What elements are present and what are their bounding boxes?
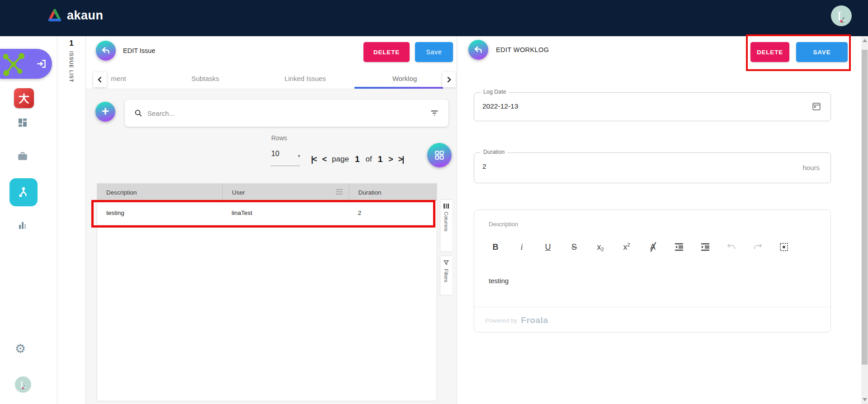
active-module-pill[interactable] [0, 49, 52, 79]
save-worklog-button[interactable]: SAVE [796, 42, 848, 62]
of-word: of [365, 155, 372, 164]
edit-issue-panel: EDIT Issue DELETE Save ment Subtasks Lin… [86, 36, 457, 404]
back-arrow-icon [100, 45, 111, 56]
log-date-field[interactable]: Log Date 2022-12-13 [474, 92, 831, 121]
scroll-up-arrow[interactable] [863, 39, 867, 42]
froala-brand[interactable]: Froala [521, 315, 548, 325]
calendar-icon[interactable] [811, 101, 821, 111]
table-row[interactable]: testing linaTest 2 [97, 201, 437, 225]
dropdown-caret-icon: ▾ [298, 153, 300, 158]
issue-tabs: ment Subtasks Linked Issues Worklog [86, 71, 457, 89]
tab-subtasks[interactable]: Subtasks [191, 75, 219, 82]
superscript-base: x [623, 242, 627, 252]
search-icon [134, 109, 143, 118]
column-header-description[interactable]: Description [97, 184, 222, 201]
add-worklog-button[interactable]: + [95, 102, 115, 122]
edit-worklog-panel: EDIT WORKLOG DELETE SAVE Log Date 2022-1… [457, 36, 861, 404]
select-all-icon[interactable] [776, 239, 792, 255]
duration-field[interactable]: Duration 2 hours [474, 152, 831, 183]
cell-duration: 2 [349, 201, 437, 224]
bold-icon[interactable]: B [488, 239, 503, 255]
page-scrollbar [861, 36, 868, 404]
subscript-icon[interactable]: x2 [593, 239, 608, 255]
clear-formatting-icon[interactable]: A [645, 239, 660, 255]
column-drag-handle-icon[interactable] [336, 189, 343, 196]
scroll-down-arrow[interactable] [863, 398, 867, 401]
underline-icon[interactable]: U [540, 239, 556, 255]
editor-toolbar: B i U S x2 x2 A [488, 237, 792, 257]
outdent-icon[interactable] [671, 239, 687, 255]
cell-description: testing [97, 201, 222, 224]
description-label: Description [489, 221, 518, 228]
worklog-tab-content: + Rows 10 ▾ |< < [86, 89, 457, 404]
filters-side-tab[interactable]: Filters [440, 256, 452, 295]
scrollbar-thumb[interactable] [862, 50, 868, 365]
sidebar-item-dashboard[interactable] [17, 117, 28, 128]
columns-side-tab[interactable]: Columns [440, 200, 452, 252]
superscript-number: 2 [627, 242, 630, 247]
undo-icon[interactable] [724, 239, 739, 255]
sidebar-item-bigledger-app[interactable] [14, 88, 34, 108]
strikethrough-icon[interactable]: S [566, 239, 582, 255]
filters-label: Filters [443, 269, 449, 282]
tabs-scroll-right-button[interactable] [442, 72, 456, 87]
editor-divider [474, 307, 830, 307]
log-date-label: Log Date [481, 89, 509, 95]
grid-view-button[interactable] [427, 143, 452, 167]
search-input[interactable] [147, 109, 429, 117]
issue-list-label: ISSUE LIST [69, 51, 74, 82]
column-header-user[interactable]: User [222, 184, 349, 201]
duration-value: 2 [482, 162, 486, 171]
editor-content[interactable]: testing [489, 277, 509, 285]
first-page-button[interactable]: |< [311, 155, 316, 164]
sidebar-item-workflow-active[interactable] [9, 178, 38, 206]
da-character-icon [17, 91, 31, 105]
worklog-table: Description User Duration testing linaTe… [97, 183, 437, 401]
rows-value: 10 [271, 150, 279, 158]
bar-chart-icon [17, 220, 28, 231]
sidebar-item-reports[interactable] [17, 219, 28, 231]
grid-icon [434, 149, 445, 161]
sidebar-user-avatar[interactable]: L [15, 376, 31, 393]
current-page: 1 [355, 154, 360, 164]
worklog-page-title: EDIT WORKLOG [496, 46, 549, 53]
user-avatar[interactable]: L [831, 5, 852, 26]
indent-icon[interactable] [698, 239, 713, 255]
column-header-user-label: User [232, 189, 245, 196]
italic-icon[interactable]: i [514, 239, 529, 255]
issue-count: 1 [57, 39, 85, 48]
save-issue-button[interactable]: Save [415, 42, 453, 62]
editor-footer: Powered by Froala [485, 311, 548, 329]
settings-gear-icon[interactable]: ⚙ [15, 343, 26, 355]
total-pages: 1 [378, 154, 383, 164]
rows-per-page-select[interactable]: 10 ▾ [270, 148, 300, 166]
issue-list-strip[interactable]: 1 ISSUE LIST [57, 36, 86, 404]
delete-issue-button[interactable]: DELETE [363, 42, 410, 62]
columns-icon [443, 204, 449, 209]
log-date-value: 2022-12-13 [482, 102, 518, 110]
subscript-number: 2 [601, 247, 604, 252]
worklog-back-button[interactable] [468, 40, 488, 60]
rows-label: Rows [271, 134, 287, 142]
sidebar-item-briefcase[interactable] [17, 150, 28, 162]
table-header: Description User Duration [97, 184, 437, 201]
filter-list-icon[interactable] [429, 108, 439, 118]
tab-worklog[interactable]: Worklog [392, 75, 417, 82]
main-sidebar: ⚙ L [0, 36, 57, 404]
tabs-scroll-left-button[interactable] [93, 72, 107, 87]
login-arrow-icon [36, 58, 47, 70]
last-page-button[interactable]: >| [398, 155, 404, 164]
back-button[interactable] [96, 41, 116, 61]
redo-icon[interactable] [750, 239, 765, 255]
dashboard-icon [17, 117, 28, 128]
prev-page-button[interactable]: < [322, 155, 326, 164]
next-page-button[interactable]: > [388, 155, 392, 164]
tab-comment-partial[interactable]: ment [111, 75, 126, 82]
duration-label: Duration [481, 149, 507, 155]
column-header-duration[interactable]: Duration [349, 184, 437, 201]
active-tab-underline [354, 87, 443, 89]
superscript-icon[interactable]: x2 [619, 239, 634, 255]
tab-linked-issues[interactable]: Linked Issues [284, 75, 326, 82]
delete-worklog-button[interactable]: DELETE [750, 42, 789, 62]
duration-suffix: hours [802, 164, 820, 171]
